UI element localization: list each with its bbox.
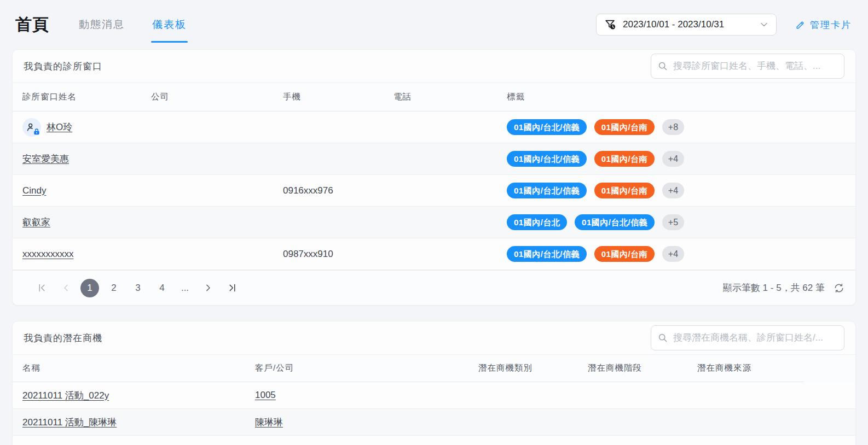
tag-pill: 01國內/台北/信義: [507, 119, 587, 135]
phone-cell: [384, 238, 497, 270]
opportunity-name-link[interactable]: 20211011 活動_陳琳琳: [22, 417, 117, 428]
company-cell: [141, 207, 273, 238]
pagination-summary: 顯示筆數 1 - 5，共 62 筆: [723, 282, 825, 294]
tag-pill: 01國內/台南: [594, 151, 655, 167]
contact-name-link[interactable]: 安室愛美惠: [22, 154, 69, 164]
contacts-card: 我負責的診所窗口 診所窗口姓名 公司 手機 電話 標籤: [12, 49, 856, 306]
pagination: 1 2 3 4 ...: [32, 279, 241, 297]
opportunities-card: 我負責的潛在商機 名稱 客戶/公司 潛在商機類別 潛在商機階段 潛在商機來源 2…: [12, 321, 856, 445]
page-button-3[interactable]: 3: [129, 279, 147, 297]
page-title: 首頁: [15, 14, 49, 36]
phone-cell: [384, 207, 497, 238]
contact-row: 叡叡家 01國內/台北 01國內/台北/信義 +5: [13, 207, 855, 238]
contact-name-link[interactable]: 叡叡家: [22, 217, 50, 227]
source-cell: [687, 409, 855, 436]
stage-cell: [578, 382, 687, 409]
col-tags: 標籤: [497, 83, 855, 112]
company-cell: [141, 112, 273, 143]
col-customer-company: 客戶/公司: [245, 355, 468, 382]
contacts-table-header-row: 診所窗口姓名 公司 手機 電話 標籤: [13, 83, 855, 112]
category-cell: [468, 382, 578, 409]
opportunities-table: 名稱 客戶/公司 潛在商機類別 潛在商機階段 潛在商機來源 20211011 活…: [13, 354, 855, 445]
mobile-cell: 0987xxx910: [273, 238, 384, 270]
opportunity-name-link[interactable]: 20211011 活動_022y: [22, 390, 109, 401]
col-opportunity-name: 名稱: [13, 355, 245, 382]
page-button-1[interactable]: 1: [80, 279, 99, 297]
col-opportunity-category: 潛在商機類別: [468, 355, 578, 382]
topbar: 首頁 動態消息 儀表板 2023/10/01 - 2023/10/31 管理卡片: [0, 0, 868, 49]
contact-row: Cindy 0916xxx976 01國內/台北/信義 01國內/台南 +4: [13, 175, 855, 207]
company-cell: [141, 175, 273, 207]
tag-pill: 01國內/台北: [507, 214, 567, 230]
date-range-value: 2023/10/01 - 2023/10/31: [623, 19, 724, 30]
date-range-filter[interactable]: 2023/10/01 - 2023/10/31: [596, 14, 777, 36]
tag-pill: 01國內/台北/信義: [507, 183, 587, 198]
more-tags-pill[interactable]: +5: [662, 214, 684, 230]
next-page-button[interactable]: [199, 279, 217, 297]
last-page-button[interactable]: [223, 279, 241, 297]
contacts-card-title: 我負責的診所窗口: [24, 60, 102, 73]
mobile-cell: [273, 207, 384, 238]
customer-link[interactable]: 陳琳琳: [255, 417, 283, 428]
contacts-search-input[interactable]: [651, 54, 844, 79]
phone-cell: [384, 112, 497, 143]
contact-row: 安室愛美惠 01國內/台北/信義 01國內/台南 +4: [13, 143, 855, 175]
tag-pill: 01國內/台南: [594, 119, 655, 135]
tag-pill: 01國內/台北/信義: [507, 151, 587, 167]
col-mobile: 手機: [273, 83, 384, 112]
more-tags-pill[interactable]: +4: [662, 246, 684, 262]
tab-activity-feed[interactable]: 動態消息: [79, 0, 125, 49]
opportunity-row: 20211011 活動_陳琳琳 陳琳琳: [13, 409, 855, 436]
col-company: 公司: [141, 83, 273, 112]
opportunities-card-header: 我負責的潛在商機: [13, 321, 855, 354]
contact-name-link[interactable]: Cindy: [22, 185, 46, 196]
contact-name-link[interactable]: xxxxxxxxxxx: [22, 249, 74, 259]
filter-clock-icon: [604, 19, 616, 31]
contact-row: xxxxxxxxxxx 0987xxx910 01國內/台北/信義 01國內/台…: [13, 238, 855, 270]
tabs: 動態消息 儀表板: [79, 0, 187, 49]
first-page-button[interactable]: [32, 279, 51, 297]
col-phone: 電話: [384, 83, 497, 112]
chevron-down-icon: [760, 20, 768, 29]
mobile-cell: 0916xxx976: [273, 175, 384, 207]
col-contact-name: 診所窗口姓名: [13, 83, 141, 112]
more-tags-pill[interactable]: +4: [662, 183, 684, 198]
col-opportunity-stage: 潛在商機階段: [578, 355, 687, 382]
locked-contact-avatar-icon: [22, 118, 41, 137]
tag-pill: 01國內/台南: [594, 183, 655, 198]
opportunities-table-header-row: 名稱 客戶/公司 潛在商機類別 潛在商機階段 潛在商機來源: [13, 355, 855, 382]
more-tags-pill[interactable]: +8: [662, 119, 684, 135]
stage-cell: [578, 409, 687, 436]
opportunities-search: [651, 325, 844, 350]
opportunity-row: 20211011 活動_022y 1005: [13, 382, 855, 409]
contact-row: 林O玲 01國內/台北/信義 01國內/台南 +8: [13, 112, 855, 143]
refresh-icon[interactable]: [834, 283, 844, 294]
page-button-2[interactable]: 2: [105, 279, 123, 297]
tag-pill: 01國內/台北/信義: [507, 246, 587, 262]
contacts-search: [651, 54, 844, 79]
pagination-ellipsis: ...: [177, 283, 193, 294]
customer-link[interactable]: 1005: [255, 390, 276, 400]
manage-cards-link[interactable]: 管理卡片: [795, 19, 852, 31]
opportunity-row-partial: [13, 436, 855, 445]
company-cell: [141, 143, 273, 175]
category-cell: [468, 409, 578, 436]
mobile-cell: [273, 112, 384, 143]
source-cell: [687, 382, 855, 409]
tag-pill: 01國內/台北/信義: [575, 214, 655, 230]
contacts-card-footer: 1 2 3 4 ... 顯示筆數 1 - 5，共 62 筆: [13, 270, 855, 305]
prev-page-button[interactable]: [56, 279, 75, 297]
pencil-icon: [795, 20, 806, 30]
col-opportunity-source: 潛在商機來源: [687, 355, 855, 382]
contacts-card-header: 我負責的診所窗口: [13, 50, 855, 83]
contacts-table: 診所窗口姓名 公司 手機 電話 標籤 林O玲: [13, 83, 855, 270]
page-button-4[interactable]: 4: [153, 279, 171, 297]
tag-pill: 01國內/台南: [594, 246, 655, 262]
more-tags-pill[interactable]: +4: [662, 151, 684, 167]
opportunities-search-input[interactable]: [651, 325, 844, 350]
company-cell: [141, 238, 273, 270]
topbar-right: 2023/10/01 - 2023/10/31 管理卡片: [596, 14, 852, 36]
tab-dashboard[interactable]: 儀表板: [152, 0, 187, 49]
contact-name-link[interactable]: 林O玲: [47, 121, 72, 133]
opportunities-card-title: 我負責的潛在商機: [24, 332, 102, 344]
